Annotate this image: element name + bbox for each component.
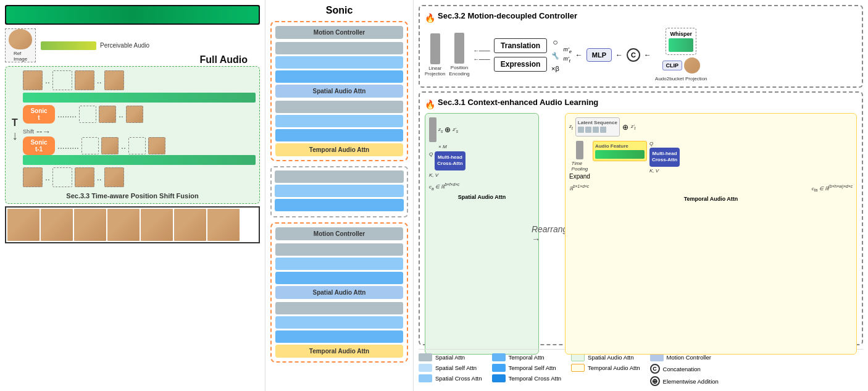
audio-feat-inner: Audio Feature: [593, 141, 647, 161]
strip-face-5: [141, 209, 173, 241]
bot-bar-1: [275, 243, 403, 256]
temporal-audio-bot: Temporal Audio Attn: [275, 345, 403, 358]
legend-box-spatial-cross: [419, 374, 432, 382]
sonic-t-box: Sonict: [23, 105, 55, 124]
shift-row: Shift --→: [23, 127, 256, 137]
arrow-concat-whisper: ←: [644, 51, 651, 59]
middle-arrow: Rearrange →: [543, 113, 561, 355]
xM-row: × M: [438, 144, 535, 149]
bot-bar-5: [275, 316, 403, 329]
zs-prime-label: z's: [453, 127, 458, 133]
legend-temporal-cross: Temporal Cross Attn: [492, 374, 562, 382]
sq-1: [578, 127, 584, 133]
rbxd-label: ℝb×1×d×c: [569, 184, 589, 192]
face-top-1: [23, 70, 43, 90]
whisper-box: Whisper: [666, 28, 696, 55]
bot-bar-3: [275, 272, 403, 284]
legend-spatial-attn: Spatial Attn: [419, 353, 482, 361]
linear-proj-rect: [430, 33, 440, 64]
bot-bar-2: [275, 258, 403, 270]
legend-elementwise-label: Elementwise Addition: [663, 378, 719, 385]
left-panel: RefImage Perceivable Audio Full Audio T …: [0, 0, 265, 391]
linear-proj-box: LinearProjection: [425, 33, 445, 77]
dots-2: ..: [97, 75, 102, 85]
right-panel: 🔥 Sec.3.2 Motion-decoupled Controller Li…: [414, 0, 868, 391]
face-grid-row-bot: .. ..: [23, 167, 256, 187]
audo2bucket-label: Audo2bucket Projection: [655, 76, 707, 82]
legend-box-spatial-self: [419, 364, 432, 372]
dots-bot2: ..: [121, 141, 126, 151]
audio-feat-label: Audio Feature: [595, 143, 645, 149]
legend-temporal-attn: Temporal Attn: [492, 353, 562, 361]
layer-bar-6: [275, 129, 403, 141]
legend-concat-label: Concatenation: [663, 366, 701, 372]
arrow-to-mlp: ←: [575, 51, 583, 59]
gap-bar-3: [275, 199, 404, 211]
dots-bot4: ..: [97, 172, 102, 182]
waveform-visual: [6, 6, 259, 23]
multi-head-spatial: Multi-headCross-Attn: [435, 151, 465, 170]
sonic-t1-box: Sonict-1: [23, 137, 55, 155]
legend-label-spatial-self: Spatial Self Attn: [435, 364, 477, 371]
legend-box-temporal-cross: [492, 374, 506, 382]
sonic-t-row: Sonict ........ ..: [23, 105, 256, 124]
full-audio-label: Full Audio: [199, 54, 248, 65]
sec33-label: Sec.3.3 Time-aware Position Shift Fusion: [9, 192, 256, 200]
latent-sq-row: [578, 127, 617, 133]
T-label: T: [12, 117, 18, 128]
face-bot-b: [75, 167, 94, 187]
clip-box: CLIP: [662, 61, 683, 70]
arrow-left-symbol-1: ←——: [474, 48, 490, 54]
face-bot-dashed1: [81, 137, 99, 154]
sonic-title: Sonic: [270, 5, 408, 16]
symbol-block: ○ 🔧 ×β: [551, 37, 559, 72]
arrow-to-trans: ←——: [474, 48, 490, 54]
legend-col-3: Spatial Audio Attn Temporal Audio Attn: [571, 353, 640, 386]
strip-face-3: [74, 209, 106, 241]
sq-4: [600, 127, 606, 133]
ca-label: ca ∈ ℝb×f×d×c: [429, 184, 459, 190]
latent-seq-inner: Latent Sequence: [575, 117, 620, 137]
ref-face: [9, 29, 32, 49]
face-top-2: [75, 70, 94, 90]
KV-temporal: K, V: [649, 168, 659, 174]
sec31-title: Sec.3.1 Context-enhanced Audio Learning: [438, 98, 598, 107]
perceivable-audio-row: Perceivable Audio: [41, 41, 149, 50]
plus-arrow: ⊕: [444, 125, 451, 134]
green-section: T ↓ .. ..: [5, 66, 260, 204]
legend-col-1: Spatial Attn Spatial Self Attn Spatial C…: [419, 353, 482, 386]
flame-31: 🔥: [425, 99, 435, 109]
gap-bar-2: [275, 185, 404, 197]
sec31-box: 🔥 Sec.3.1 Context-enhanced Audio Learnin…: [419, 91, 863, 345]
Q-temporal: Q: [649, 141, 653, 146]
KV-row: K, V: [429, 172, 535, 178]
cta-label: cta ∈ ℝ(b×h×w)×d×c: [812, 184, 853, 192]
sec32-box: 🔥 Sec.3.2 Motion-decoupled Controller Li…: [419, 5, 863, 88]
strip-face-6: [174, 209, 206, 241]
layer-bar-4: [275, 101, 403, 113]
dots-bot3: ..: [45, 172, 50, 182]
gap-bar-1: [275, 170, 404, 183]
legend-label-temporal-cross: Temporal Cross Attn: [509, 375, 562, 382]
Q-label-spatial: Q: [429, 151, 433, 157]
concat-circle: C: [627, 48, 640, 62]
arrow-left-symbol-2: ←——: [474, 56, 490, 62]
mlp-box: MLP: [586, 48, 612, 62]
face-grid-row-top: .. ..: [23, 70, 256, 90]
shift-label: Shift: [23, 128, 34, 135]
bot-bar-4: [275, 302, 403, 314]
legend-temporal-self: Temporal Self Attn: [492, 364, 562, 372]
sonic-t1-row: Sonict-1 ......... ..: [23, 137, 256, 155]
legend-box-temporal-audio: [571, 364, 585, 372]
zs-rect: [429, 117, 436, 142]
expression-box: Expression: [494, 57, 548, 72]
legend-box-temporal-self: [492, 364, 506, 372]
legend-col-4: Motion Controller C Concatenation ⊕ Elem…: [650, 353, 719, 386]
translation-box: Translation: [494, 38, 548, 53]
face-mid-2: [126, 106, 143, 123]
xM-label: × M: [438, 144, 447, 149]
beta-label: ×β: [551, 65, 559, 72]
legend-plus-circle: ⊕: [650, 376, 660, 386]
whisper-label: Whisper: [670, 31, 693, 37]
time-pool-rect: [576, 141, 583, 159]
